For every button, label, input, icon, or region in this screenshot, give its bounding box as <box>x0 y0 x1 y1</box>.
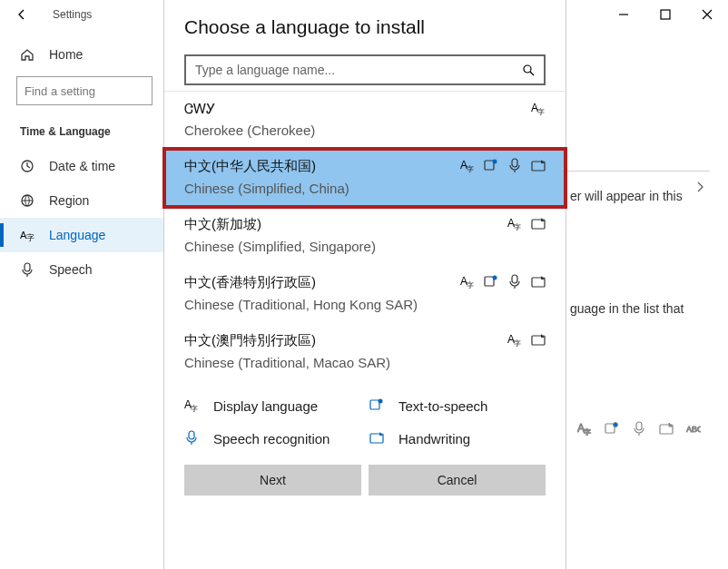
language-search-input[interactable] <box>195 63 522 77</box>
language-english-name: Cherokee (Cherokee) <box>184 123 546 138</box>
display-icon <box>460 158 475 172</box>
tts-icon <box>484 274 498 289</box>
background-text: guage in the list that <box>570 301 710 316</box>
legend-display: Display language <box>184 397 360 414</box>
language-native-name: 中文(新加坡) <box>184 216 546 233</box>
language-feature-icons <box>507 216 546 231</box>
display-icon <box>531 101 546 115</box>
sidebar-home[interactable]: Home <box>0 38 163 71</box>
display-icon <box>184 397 201 414</box>
sidebar-item-label: Region <box>49 193 89 208</box>
sidebar: Home Time & Language Date & time Region … <box>0 29 163 569</box>
legend-label: Handwriting <box>398 431 470 446</box>
tts-icon <box>369 397 386 414</box>
minimize-button[interactable] <box>603 0 644 29</box>
legend-tts: Text-to-speech <box>369 397 546 414</box>
sidebar-item-date-time[interactable]: Date & time <box>0 149 163 183</box>
mic-icon <box>20 262 34 277</box>
close-button[interactable] <box>686 0 728 29</box>
sidebar-item-speech[interactable]: Speech <box>0 252 163 287</box>
back-button[interactable] <box>0 0 44 29</box>
language-feature-icons <box>460 274 546 289</box>
display-icon <box>460 274 475 289</box>
handwriting-icon <box>531 332 546 347</box>
legend-label: Text-to-speech <box>398 398 487 414</box>
sidebar-item-language[interactable]: Language <box>0 218 163 252</box>
feature-legend: Display language Text-to-speech Speech r… <box>164 381 566 465</box>
legend-label: Speech recognition <box>213 431 330 446</box>
language-row[interactable]: ᏣᎳᎩCherokee (Cherokee) <box>164 92 566 149</box>
tts-icon <box>484 158 498 172</box>
language-row[interactable]: 中文(香港特別行政區)Chinese (Traditional, Hong Ko… <box>164 265 566 323</box>
handwriting-icon <box>369 430 386 446</box>
language-feature-icons <box>460 158 546 172</box>
sidebar-item-region[interactable]: Region <box>0 183 163 218</box>
legend-speech: Speech recognition <box>184 430 360 446</box>
handwriting-icon <box>531 216 546 231</box>
abc-icon <box>686 421 701 436</box>
feature-icon-row <box>577 421 701 436</box>
language-list: ᏣᎳᎩCherokee (Cherokee)中文(中华人民共和国)Chinese… <box>164 91 566 381</box>
install-language-dialog: Choose a language to install ᏣᎳᎩCherokee… <box>163 0 566 569</box>
handwriting-icon <box>531 158 546 172</box>
cancel-button[interactable]: Cancel <box>369 465 546 495</box>
tts-icon <box>605 421 619 436</box>
sidebar-home-label: Home <box>49 47 83 62</box>
language-row[interactable]: 中文(中华人民共和国)Chinese (Simplified, China) <box>164 149 566 207</box>
sidebar-item-label: Speech <box>49 262 92 277</box>
display-icon <box>577 421 592 436</box>
background-text: er will appear in this <box>570 189 710 203</box>
handwriting-icon <box>531 274 546 289</box>
mic-icon <box>632 421 646 436</box>
maximize-button[interactable] <box>644 0 686 29</box>
language-search-box[interactable] <box>184 54 546 85</box>
sidebar-section-title: Time & Language <box>0 118 163 149</box>
language-english-name: Chinese (Simplified, China) <box>184 181 546 196</box>
globe-icon <box>20 193 34 208</box>
language-english-name: Chinese (Traditional, Macao SAR) <box>184 355 546 370</box>
language-native-name: 中文(澳門特別行政區) <box>184 332 546 349</box>
display-icon <box>507 332 522 347</box>
language-feature-icons <box>531 101 546 115</box>
dialog-heading: Choose a language to install <box>184 16 546 38</box>
handwriting-icon <box>659 421 674 436</box>
sidebar-search[interactable] <box>16 76 151 105</box>
language-native-name: ᏣᎳᎩ <box>184 101 546 117</box>
language-english-name: Chinese (Simplified, Singapore) <box>184 239 546 254</box>
clock-icon <box>20 159 34 173</box>
language-feature-icons <box>507 332 546 347</box>
mic-icon <box>507 158 522 172</box>
legend-label: Display language <box>213 398 318 414</box>
mic-icon <box>507 274 522 289</box>
window-title: Settings <box>53 8 92 21</box>
display-icon <box>507 216 522 231</box>
next-button[interactable]: Next <box>184 465 361 495</box>
mic-icon <box>184 430 201 446</box>
sidebar-item-label: Language <box>49 228 105 242</box>
search-icon <box>522 64 535 76</box>
legend-handwriting: Handwriting <box>369 430 546 446</box>
find-setting-input[interactable] <box>16 76 152 105</box>
sidebar-item-label: Date & time <box>49 159 115 173</box>
language-row[interactable]: 中文(澳門特別行政區)Chinese (Traditional, Macao S… <box>164 323 566 381</box>
language-english-name: Chinese (Traditional, Hong Kong SAR) <box>184 297 546 312</box>
language-icon <box>20 228 34 242</box>
language-row[interactable]: 中文(新加坡)Chinese (Simplified, Singapore) <box>164 207 566 265</box>
home-icon <box>20 47 34 62</box>
